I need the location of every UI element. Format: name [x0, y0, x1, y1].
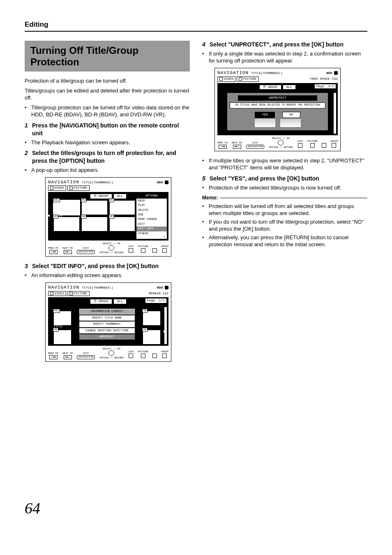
step-1-note: •The Playback Navigation screen appears. — [25, 139, 190, 146]
intro-1: Protection of a title/group can be turne… — [25, 77, 190, 85]
step-4: 4 Select "UNPROTECT", and press the [OK]… — [202, 41, 367, 49]
article-title-box: Turning Off Title/Group Protection — [25, 41, 190, 72]
left-column: Turning Off Title/Group Protection Prote… — [25, 41, 190, 368]
info-change-date[interactable]: CHANGE SHOOTING DATE/TIME — [79, 328, 135, 333]
info-modify-title[interactable]: MODIFY TITLE NAME — [79, 315, 135, 321]
intro-2: Titles/groups can be edited and deleted … — [25, 87, 190, 102]
step-5: 5 Select "YES", and press the [OK] butto… — [202, 175, 367, 183]
page-number: 64 — [25, 499, 367, 517]
right-column: 4 Select "UNPROTECT", and press the [OK]… — [202, 41, 367, 368]
memo-2: •If you do not want to turn off the titl… — [202, 218, 367, 233]
step-2-note: •A pop-up option list appears. — [25, 166, 190, 174]
confirm-dialog: UNPROTECT XX TITLES HAVE BEEN SELECTED T… — [227, 93, 328, 130]
intro-bullet: •Title/group protection can be turned of… — [25, 104, 190, 118]
info-unprotect[interactable]: UNPROTECT — [79, 334, 135, 340]
screenshot-confirm: NAVIGATION TITLE(THUMBNAIL) HDD VIDEO PI… — [214, 68, 341, 151]
memo-1: •Protection will be turned off from all … — [202, 203, 367, 217]
step-2: 2 Select the titles/groups to turn off p… — [25, 149, 190, 165]
step-3: 3 Select "EDIT INFO", and press the [OK]… — [25, 262, 190, 270]
memo-header: Memo: — [202, 194, 367, 201]
screenshot-options: NAVIGATION TITLE(THUMBNAIL) HDD VIDEO PI… — [45, 177, 171, 257]
step-3-note: •An information editing screen appears. — [25, 272, 190, 279]
info-modify-thumb[interactable]: MODIFY THUMBNAIL — [79, 321, 135, 327]
step-1: 1 Press the [NAVIGATION] button on the r… — [25, 122, 190, 137]
article-title: Turning Off Title/Group Protection — [30, 45, 184, 67]
no-button[interactable]: NO — [282, 112, 300, 118]
screenshot-edit-info: NAVIGATION TITLE(THUMBNAIL) HDD VIDEO PI… — [45, 282, 171, 362]
yes-button[interactable]: YES — [255, 112, 274, 118]
options-panel[interactable]: OPTIONS BACK PLAY DELETE DUB MODE CHANGE… — [136, 194, 167, 239]
step-4-note2: •If multiple titles or groups were selec… — [202, 157, 367, 171]
options-edit-info[interactable]: EDIT INFO — [136, 227, 167, 231]
memo-3: •Alternatively, you can press the [RETUR… — [202, 234, 367, 248]
step-4-note: •If only a single title was selected in … — [202, 50, 367, 65]
step-5-note: •Protection of the selected titles/group… — [202, 184, 367, 192]
section-header: Editing — [25, 21, 367, 32]
